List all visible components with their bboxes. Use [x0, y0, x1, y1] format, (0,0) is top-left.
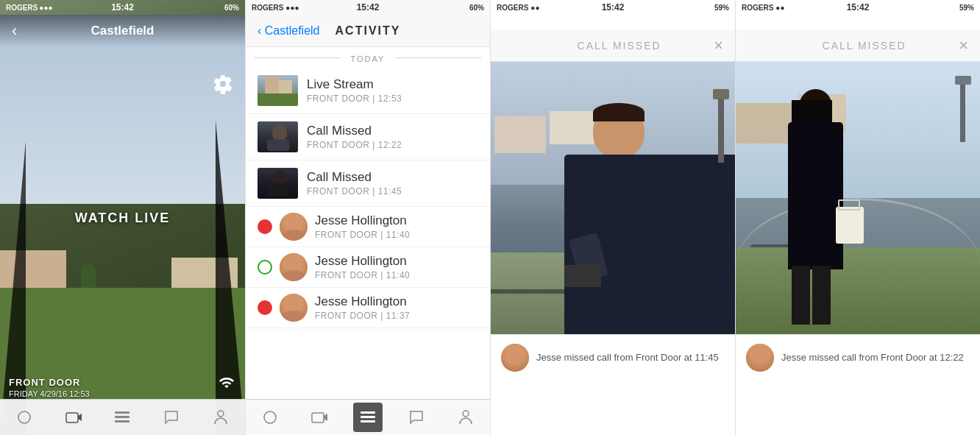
nav-person-2[interactable] [451, 403, 480, 432]
activity-title-0: Live Stream [307, 77, 478, 92]
activity-item-person-1[interactable]: Jesse Hollington FRONT DOOR | 11:40 [246, 247, 490, 288]
activity-list: Live Stream FRONT DOOR | 12:53 Call Miss… [246, 68, 490, 328]
svg-rect-8 [361, 411, 375, 414]
carrier-label-2: ROGERS [252, 4, 283, 12]
battery-percent-3: 59% [714, 4, 729, 12]
signal-4: ●● [775, 4, 784, 12]
activity-title-4: Jesse Hollington [315, 254, 478, 269]
activity-info-3: Jesse Hollington FRONT DOOR | 11:40 [315, 213, 478, 240]
svg-rect-10 [361, 420, 375, 422]
close-button-1[interactable]: × [714, 38, 723, 54]
detail-footer-2: Jesse missed call from Front Door at 12:… [736, 334, 980, 381]
activity-nav-header: ‹ Castlefield ACTIVITY [246, 15, 490, 47]
nav-list-2[interactable] [353, 403, 383, 432]
activity-item-person-0[interactable]: Jesse Hollington FRONT DOOR | 11:40 [246, 207, 490, 247]
battery-3: 59% [714, 4, 729, 12]
bottom-nav-2 [246, 399, 490, 435]
status-indicator-green-0 [258, 260, 272, 275]
nav-camera-1[interactable] [59, 403, 88, 432]
status-left-2: ROGERS ●●● [252, 4, 299, 12]
detail-footer-avatar-1 [501, 344, 529, 372]
activity-info-2: Call Missed FRONT DOOR | 11:45 [307, 170, 478, 197]
nav-list-1[interactable] [107, 403, 137, 432]
activity-section-today: TODAY [246, 47, 490, 68]
nav-circle-1[interactable] [10, 403, 39, 432]
status-bar-3: ROGERS ●● 15:42 59% [491, 0, 735, 15]
bottom-nav-1 [0, 399, 245, 435]
activity-title-2: Call Missed [307, 170, 478, 185]
status-bar-1: ROGERS ●●● 15:42 60% [0, 0, 245, 15]
panel-detail-1: ROGERS ●● 15:42 59% CALL MISSED × [490, 0, 735, 435]
detail-footer-avatar-2 [746, 344, 774, 372]
activity-subtitle-1: FRONT DOOR | 12:22 [307, 140, 478, 150]
activity-subtitle-2: FRONT DOOR | 11:45 [307, 186, 478, 197]
svg-point-5 [218, 411, 224, 417]
activity-title: ACTIVITY [335, 24, 401, 38]
activity-thumb-0 [258, 75, 298, 106]
thumb-person-dark-1 [258, 121, 298, 152]
activity-title-5: Jesse Hollington [315, 294, 478, 309]
activity-info-1: Call Missed FRONT DOOR | 12:22 [307, 124, 478, 150]
wifi-icon-1: ●●● [39, 4, 52, 12]
wifi-icon-bottom [219, 375, 235, 395]
status-left-1: ROGERS ●●● [6, 4, 52, 12]
status-indicator-red-0 [258, 219, 272, 234]
svg-rect-3 [115, 416, 129, 418]
carrier-label-1: ROGERS [6, 4, 38, 12]
detail-image-2 [736, 62, 980, 334]
close-button-2[interactable]: × [959, 38, 968, 54]
detail-header-1: CALL MISSED × [491, 29, 735, 62]
activity-info-4: Jesse Hollington FRONT DOOR | 11:40 [315, 254, 478, 280]
detail-image-1 [491, 62, 735, 334]
activity-subtitle-4: FRONT DOOR | 11:40 [315, 270, 478, 280]
activity-item-missed1[interactable]: Call Missed FRONT DOOR | 11:45 [246, 160, 490, 207]
activity-info-5: Jesse Hollington FRONT DOOR | 11:37 [315, 294, 478, 321]
signal-icon-2: ●●● [285, 4, 299, 12]
activity-info-0: Live Stream FRONT DOOR | 12:53 [307, 77, 478, 104]
activity-item-livestream[interactable]: Live Stream FRONT DOOR | 12:53 [246, 68, 490, 114]
avatar-2 [280, 294, 308, 322]
avatar-0 [280, 213, 308, 241]
camera-location: FRONT DOOR [9, 377, 90, 388]
battery-label-1: 60% [224, 4, 239, 12]
svg-rect-4 [115, 420, 129, 422]
svg-point-11 [463, 411, 469, 417]
status-left-4: ROGERS ●● [742, 4, 784, 12]
detail-footer-1: Jesse missed call from Front Door at 11:… [491, 334, 735, 381]
activity-subtitle-5: FRONT DOOR | 11:37 [315, 311, 478, 321]
panel-camera: ROGERS ●●● 15:42 60% ‹ Castlefield WATC [0, 0, 245, 435]
panel1-title: Castlefield [91, 24, 155, 38]
watch-live-label[interactable]: WATCH LIVE [75, 210, 171, 225]
battery-4: 59% [959, 4, 974, 12]
time-label-2: 15:42 [357, 2, 380, 13]
activity-back-label: Castlefield [265, 24, 320, 37]
time-label-4: 15:42 [847, 2, 870, 13]
panel-activity: ROGERS ●●● 15:42 60% ‹ Castlefield ACTIV… [245, 0, 490, 435]
activity-subtitle-3: FRONT DOOR | 11:40 [315, 230, 478, 240]
signal-3: ●● [530, 4, 539, 12]
nav-person-1[interactable] [206, 403, 235, 432]
svg-point-6 [264, 411, 276, 423]
status-indicator-red-1 [258, 300, 272, 315]
time-label-3: 15:42 [602, 2, 625, 13]
status-left-3: ROGERS ●● [497, 4, 539, 12]
thumb-person-dark-2 [258, 168, 298, 199]
activity-back-button[interactable]: ‹ Castlefield [258, 24, 319, 38]
activity-item-missed0[interactable]: Call Missed FRONT DOOR | 12:22 [246, 114, 490, 160]
activity-item-person-2[interactable]: Jesse Hollington FRONT DOOR | 11:37 [246, 288, 490, 328]
nav-chat-2[interactable] [402, 403, 431, 432]
battery-percent-1: 60% [224, 4, 239, 12]
nav-chat-1[interactable] [157, 403, 186, 432]
nav-camera-2[interactable] [305, 403, 334, 432]
back-button-1[interactable]: ‹ [12, 21, 17, 40]
carrier-label-4: ROGERS [742, 4, 773, 12]
thumb-house-scene [258, 75, 298, 106]
avatar-1 [280, 253, 308, 281]
detail-footer-text-1: Jesse missed call from Front Door at 11:… [536, 351, 719, 364]
battery-percent-2: 60% [469, 4, 484, 12]
battery-2: 60% [469, 4, 484, 12]
settings-icon[interactable] [213, 74, 235, 96]
detail-footer-text-2: Jesse missed call from Front Door at 12:… [781, 351, 964, 364]
nav-circle-2[interactable] [255, 403, 285, 432]
battery-percent-4: 59% [959, 4, 974, 12]
